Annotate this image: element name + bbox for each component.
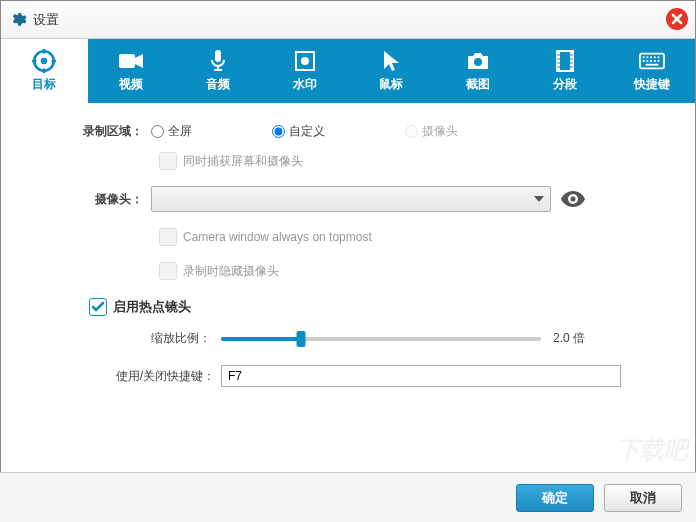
svg-rect-23 bbox=[650, 60, 652, 62]
svg-rect-17 bbox=[646, 56, 648, 58]
tab-label: 视频 bbox=[119, 76, 143, 93]
svg-rect-26 bbox=[645, 63, 658, 65]
tab-label: 水印 bbox=[293, 76, 317, 93]
tab-mouse[interactable]: 鼠标 bbox=[348, 39, 435, 103]
tab-watermark[interactable]: 水印 bbox=[261, 39, 348, 103]
watermark-text: 下载吧 bbox=[616, 434, 688, 466]
preview-camera-button[interactable] bbox=[561, 187, 585, 211]
tab-segment[interactable]: 分段 bbox=[522, 39, 609, 103]
capture-both-label: 同时捕获屏幕和摄像头 bbox=[183, 153, 303, 170]
tab-label: 分段 bbox=[553, 76, 577, 93]
camera-icon bbox=[465, 50, 491, 72]
svg-rect-10 bbox=[570, 51, 573, 71]
cancel-button[interactable]: 取消 bbox=[604, 484, 682, 512]
tab-hotkey[interactable]: 快捷键 bbox=[608, 39, 695, 103]
ok-button[interactable]: 确定 bbox=[516, 484, 594, 512]
slider-thumb[interactable] bbox=[297, 331, 306, 347]
gear-icon bbox=[9, 11, 27, 29]
rec-area-label: 录制区域： bbox=[21, 123, 151, 140]
zoom-ratio-label: 缩放比例： bbox=[21, 330, 221, 347]
chevron-down-icon bbox=[534, 196, 544, 202]
hide-camera-label: 录制时隐藏摄像头 bbox=[183, 263, 279, 280]
radio-custom[interactable]: 自定义 bbox=[272, 123, 325, 140]
checkbox-enable-zoom[interactable] bbox=[89, 298, 107, 316]
svg-rect-22 bbox=[646, 60, 648, 62]
checkbox-capture-both bbox=[159, 152, 177, 170]
tab-label: 目标 bbox=[32, 76, 56, 93]
svg-rect-20 bbox=[657, 56, 659, 58]
svg-rect-19 bbox=[653, 56, 655, 58]
tab-label: 截图 bbox=[466, 76, 490, 93]
tab-video[interactable]: 视频 bbox=[88, 39, 175, 103]
svg-rect-9 bbox=[557, 51, 560, 71]
tab-label: 快捷键 bbox=[634, 76, 670, 93]
tab-label: 鼠标 bbox=[379, 76, 403, 93]
svg-point-6 bbox=[301, 57, 309, 65]
svg-point-7 bbox=[474, 58, 482, 66]
mic-icon bbox=[205, 50, 231, 72]
tab-audio[interactable]: 音频 bbox=[175, 39, 262, 103]
camera-select[interactable] bbox=[151, 186, 551, 212]
svg-rect-4 bbox=[215, 50, 221, 62]
tab-screenshot[interactable]: 截图 bbox=[435, 39, 522, 103]
video-icon bbox=[118, 50, 144, 72]
enable-zoom-label: 启用热点镜头 bbox=[113, 298, 191, 316]
radio-camera: 摄像头 bbox=[405, 123, 458, 140]
zoom-slider[interactable] bbox=[221, 337, 541, 341]
zoom-hotkey-label: 使用/关闭快捷键： bbox=[21, 368, 221, 385]
svg-rect-3 bbox=[119, 54, 135, 68]
target-icon bbox=[31, 50, 57, 72]
zoom-hotkey-input[interactable] bbox=[221, 365, 621, 387]
svg-rect-21 bbox=[642, 60, 644, 62]
svg-rect-18 bbox=[650, 56, 652, 58]
svg-point-27 bbox=[571, 197, 576, 202]
radio-fullscreen[interactable]: 全屏 bbox=[151, 123, 192, 140]
tab-target[interactable]: 目标 bbox=[1, 39, 88, 103]
zoom-ratio-value: 2.0 倍 bbox=[553, 330, 585, 347]
checkbox-camera-topmost bbox=[159, 228, 177, 246]
film-icon bbox=[552, 50, 578, 72]
svg-point-2 bbox=[41, 57, 48, 64]
watermark-icon bbox=[292, 50, 318, 72]
svg-rect-24 bbox=[653, 60, 655, 62]
camera-label: 摄像头： bbox=[21, 191, 151, 208]
camera-topmost-label: Camera window always on topmost bbox=[183, 230, 372, 244]
tab-label: 音频 bbox=[206, 76, 230, 93]
window-title: 设置 bbox=[33, 11, 59, 29]
keyboard-icon bbox=[639, 50, 665, 72]
close-button[interactable] bbox=[665, 7, 689, 31]
svg-rect-25 bbox=[657, 60, 659, 62]
cursor-icon bbox=[378, 50, 404, 72]
svg-rect-16 bbox=[642, 56, 644, 58]
checkbox-hide-camera bbox=[159, 262, 177, 280]
